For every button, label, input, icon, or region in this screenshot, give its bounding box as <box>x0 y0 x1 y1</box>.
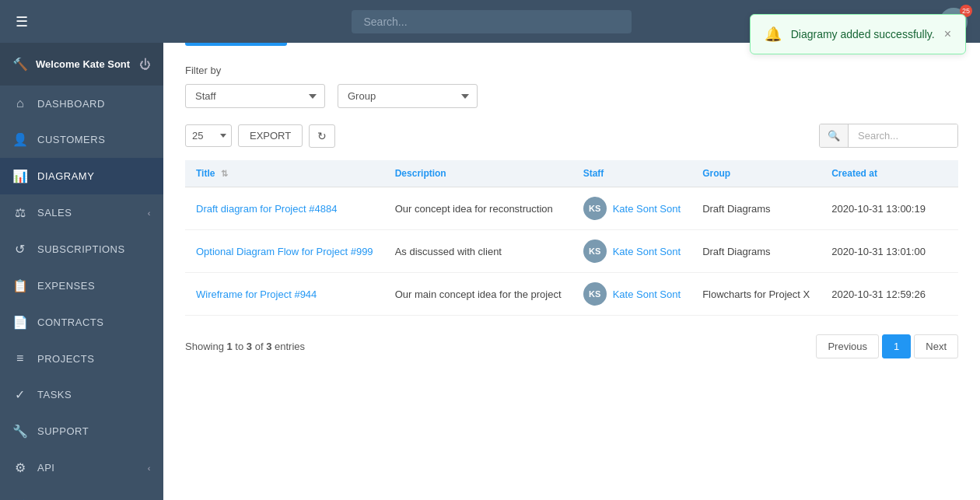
sales-arrow-icon: ‹ <box>148 208 151 218</box>
diagramy-icon: 📊 <box>12 169 28 184</box>
cell-title-0: Draft diagram for Project #4884 <box>185 187 384 230</box>
col-title: Title ⇅ <box>185 160 384 187</box>
sidebar-header: 🔨 Welcome Kate Sont ⏻ <box>0 43 163 86</box>
sidebar: 🔨 Welcome Kate Sont ⏻ ⌂ DASHBOARD 👤 CUST… <box>0 43 163 500</box>
cell-staff-2: KS Kate Sont Sont <box>572 273 692 316</box>
table-search-box: 🔍 <box>819 124 958 148</box>
refresh-button[interactable]: ↻ <box>309 124 335 148</box>
cell-row-actions-2 <box>936 273 958 316</box>
search-input[interactable] <box>352 10 632 33</box>
notification-toast: 🔔 Diagramy added successfully. × <box>750 14 966 54</box>
group-filter[interactable]: Group <box>338 84 478 108</box>
main-content: CREATE NEW Filter by Staff Group 25 <box>163 0 980 500</box>
sidebar-item-label: CONTRACTS <box>37 316 103 328</box>
power-icon[interactable]: ⏻ <box>139 58 151 71</box>
next-button[interactable]: Next <box>914 334 958 358</box>
data-table: Title ⇅ Description Staff Group Created … <box>185 160 958 316</box>
sidebar-header-left: 🔨 Welcome Kate Sont <box>12 57 130 72</box>
sidebar-item-customers[interactable]: 👤 CUSTOMERS <box>0 121 163 158</box>
projects-icon: ≡ <box>12 351 28 365</box>
staff-name-1[interactable]: Kate Sont Sont <box>613 246 681 257</box>
filter-section: Filter by Staff Group <box>185 65 958 108</box>
cell-created-0: 2020-10-31 13:00:19 <box>821 187 936 230</box>
col-group: Group <box>691 160 821 187</box>
cell-group-0: Draft Diagrams <box>691 187 821 230</box>
title-link-0[interactable]: Draft diagram for Project #4884 <box>196 203 337 215</box>
table-search-icon: 🔍 <box>820 124 849 147</box>
sidebar-item-label: TASKS <box>37 389 72 400</box>
api-arrow-icon: ‹ <box>148 463 151 473</box>
sidebar-item-tasks[interactable]: ✓ TASKS <box>0 376 163 413</box>
staff-name-0[interactable]: Kate Sont Sont <box>613 203 681 215</box>
sidebar-item-contracts[interactable]: 📄 CONTRACTS <box>0 304 163 341</box>
sidebar-item-diagramy[interactable]: 📊 DIAGRAMY <box>0 158 163 194</box>
expenses-icon: 📋 <box>12 278 28 293</box>
filter-label: Filter by <box>185 65 958 76</box>
sidebar-item-label: SUPPORT <box>37 425 89 437</box>
tasks-icon: ✓ <box>12 387 28 402</box>
showing-from: 1 <box>227 341 233 352</box>
support-icon: 🔧 <box>12 424 28 439</box>
cell-created-2: 2020-10-31 12:59:26 <box>821 273 936 316</box>
cell-group-2: Flowcharts for Project X <box>691 273 821 316</box>
previous-button[interactable]: Previous <box>816 334 879 358</box>
sidebar-item-sales[interactable]: ⚖ SALES ‹ <box>0 194 163 231</box>
customers-icon: 👤 <box>12 132 28 147</box>
notification-close-button[interactable]: × <box>944 27 951 41</box>
showing-to: 3 <box>247 341 252 352</box>
title-link-1[interactable]: Optional Diagram Flow for Project #999 <box>196 246 373 257</box>
pagination: Previous 1 Next <box>816 334 958 358</box>
export-button[interactable]: EXPORT <box>238 124 303 147</box>
cell-row-actions-0 <box>936 187 958 230</box>
sidebar-item-label: SUBSCRIPTIONS <box>37 243 125 255</box>
staff-filter[interactable]: Staff <box>185 84 325 108</box>
sidebar-item-label: API <box>37 462 54 474</box>
sidebar-item-label: DIAGRAMY <box>37 170 94 182</box>
table-row: Draft diagram for Project #4884 Our conc… <box>185 187 958 230</box>
showing-suffix: entries <box>275 341 305 352</box>
contracts-icon: 📄 <box>12 315 28 330</box>
staff-name-2[interactable]: Kate Sont Sont <box>613 288 681 300</box>
sidebar-nav: ⌂ DASHBOARD 👤 CUSTOMERS 📊 DIAGRAMY ⚖ SAL… <box>0 86 163 500</box>
table-header-row: Title ⇅ Description Staff Group Created … <box>185 160 958 187</box>
cell-title-2: Wireframe for Project #944 <box>185 273 384 316</box>
title-link-2[interactable]: Wireframe for Project #944 <box>196 288 317 300</box>
showing-label: Showing <box>185 341 224 352</box>
sidebar-item-projects[interactable]: ≡ PROJECTS <box>0 341 163 376</box>
table-row: Wireframe for Project #944 Our main conc… <box>185 273 958 316</box>
sidebar-item-subscriptions[interactable]: ↺ SUBSCRIPTIONS <box>0 231 163 267</box>
page-size-select[interactable]: 25 <box>185 124 232 147</box>
cell-staff-0: KS Kate Sont Sont <box>572 187 692 230</box>
table-footer: Showing 1 to 3 of 3 entries Previous 1 N… <box>185 334 958 358</box>
cell-group-1: Draft Diagrams <box>691 230 821 273</box>
api-icon: ⚙ <box>12 460 28 475</box>
sidebar-item-expenses[interactable]: 📋 EXPENSES <box>0 267 163 304</box>
showing-text: Showing 1 to 3 of 3 entries <box>185 341 305 352</box>
col-description: Description <box>384 160 572 187</box>
hamburger-button[interactable]: ☰ <box>0 13 43 30</box>
sidebar-item-label: SALES <box>37 207 72 219</box>
main-area: 🔨 Welcome Kate Sont ⏻ ⌂ DASHBOARD 👤 CUST… <box>0 0 980 500</box>
sidebar-item-label: PROJECTS <box>37 353 94 365</box>
sidebar-item-label: CUSTOMERS <box>37 134 105 145</box>
staff-avatar-1: KS <box>583 240 607 263</box>
sidebar-item-dashboard[interactable]: ⌂ DASHBOARD <box>0 86 163 121</box>
sidebar-item-leads[interactable]: 👥 LEADS <box>0 486 163 500</box>
data-table-wrap: Title ⇅ Description Staff Group Created … <box>185 160 958 316</box>
staff-avatar-0: KS <box>583 197 607 220</box>
sidebar-item-api[interactable]: ⚙ API ‹ <box>0 449 163 486</box>
page-1-button[interactable]: 1 <box>882 334 911 358</box>
cell-description-1: As discussed with client <box>384 230 572 273</box>
sidebar-item-support[interactable]: 🔧 SUPPORT <box>0 413 163 449</box>
col-actions <box>936 160 958 187</box>
cell-staff-1: KS Kate Sont Sont <box>572 230 692 273</box>
sales-icon: ⚖ <box>12 205 28 220</box>
notification-message: Diagramy added successfully. <box>791 28 935 40</box>
table-row: Optional Diagram Flow for Project #999 A… <box>185 230 958 273</box>
col-staff: Staff <box>572 160 692 187</box>
table-search-input[interactable] <box>849 124 957 147</box>
sidebar-item-label: DASHBOARD <box>37 98 105 110</box>
staff-avatar-2: KS <box>583 282 607 306</box>
showing-total: 3 <box>266 341 271 352</box>
dashboard-icon: ⌂ <box>12 96 28 110</box>
